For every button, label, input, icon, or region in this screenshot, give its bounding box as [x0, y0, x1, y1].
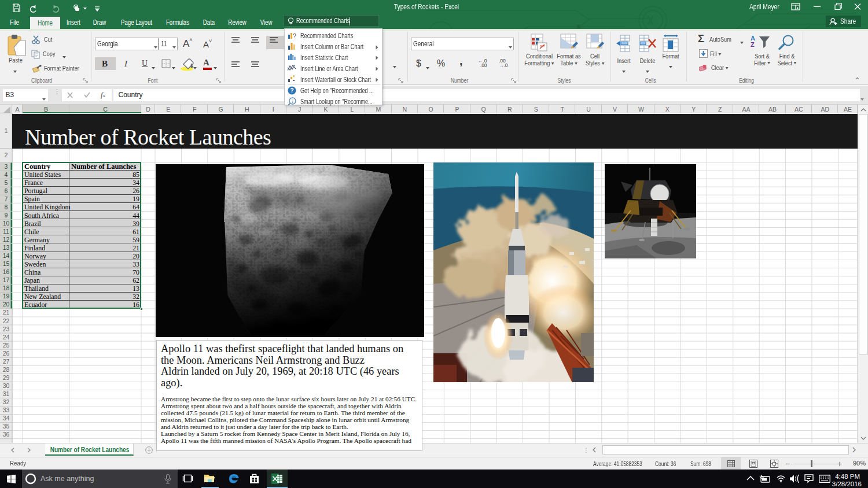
svg-text:8: 8	[5, 204, 8, 210]
svg-text:?: ?	[290, 87, 293, 94]
svg-text:3: 3	[5, 163, 8, 170]
svg-text:23: 23	[3, 326, 10, 332]
svg-text:32: 32	[3, 398, 10, 405]
svg-text:14: 14	[3, 252, 10, 259]
svg-text:10: 10	[3, 220, 10, 227]
svg-text:26: 26	[3, 350, 10, 357]
svg-text:25: 25	[3, 342, 10, 349]
svg-text:9: 9	[5, 212, 8, 219]
svg-text:31: 31	[3, 390, 10, 397]
svg-text:29: 29	[3, 374, 10, 381]
svg-text:28: 28	[3, 366, 10, 373]
svg-text:2: 2	[5, 151, 8, 158]
svg-text:6: 6	[5, 187, 8, 194]
svg-text:?: ?	[293, 32, 296, 39]
svg-text:21: 21	[3, 309, 10, 316]
svg-text:22: 22	[3, 317, 10, 324]
svg-text:12: 12	[3, 236, 10, 243]
svg-text:35: 35	[3, 423, 10, 430]
svg-text:i: i	[292, 99, 293, 104]
svg-text:34: 34	[3, 415, 10, 422]
svg-text:33: 33	[3, 406, 10, 413]
svg-text:7: 7	[5, 195, 8, 202]
svg-text:20: 20	[3, 301, 10, 308]
svg-text:27: 27	[3, 358, 10, 365]
svg-text:24: 24	[3, 334, 10, 341]
svg-text:4: 4	[5, 171, 8, 178]
svg-text:1: 1	[5, 127, 8, 134]
svg-text:13: 13	[3, 244, 10, 251]
svg-text:5: 5	[5, 179, 8, 186]
svg-text:15: 15	[3, 260, 10, 267]
svg-text:17: 17	[3, 276, 10, 283]
svg-text:19: 19	[3, 293, 10, 300]
svg-text:30: 30	[3, 382, 10, 389]
svg-text:18: 18	[3, 284, 10, 291]
svg-text:11: 11	[3, 228, 9, 235]
svg-text:36: 36	[3, 431, 10, 438]
svg-text:16: 16	[3, 268, 10, 275]
